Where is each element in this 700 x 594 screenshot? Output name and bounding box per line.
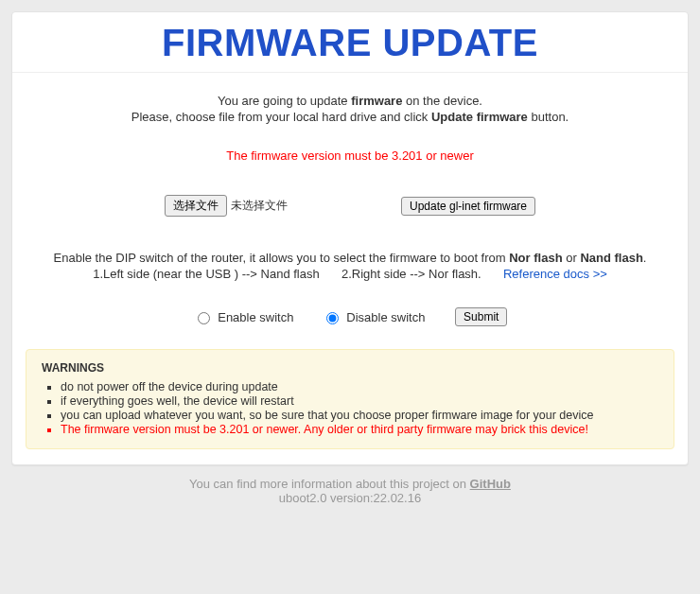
page-title: FIRMWARE UPDATE bbox=[12, 22, 688, 64]
submit-button[interactable]: Submit bbox=[455, 307, 507, 326]
warnings-title: WARNINGS bbox=[42, 361, 658, 375]
disable-switch-label[interactable]: Disable switch bbox=[346, 310, 425, 324]
footer-info: You can find more information about this… bbox=[11, 477, 689, 491]
reference-docs-link[interactable]: Reference docs >> bbox=[503, 267, 607, 281]
warning-item: if everything goes well, the device will… bbox=[61, 394, 658, 408]
enable-switch-label[interactable]: Enable switch bbox=[218, 310, 293, 324]
disable-switch-radio[interactable] bbox=[326, 312, 339, 324]
upload-row: 选择文件 未选择文件 Update gl-inet firmware bbox=[12, 195, 688, 217]
dip-line-2: 1.Left side (near the USB ) --> Nand fla… bbox=[22, 267, 678, 281]
github-link[interactable]: GitHub bbox=[470, 477, 511, 491]
switch-row: Enable switch Disable switch Submit bbox=[22, 307, 678, 326]
footer-version: uboot2.0 version:22.02.16 bbox=[11, 491, 689, 505]
intro-line-1: You are going to update firmware on the … bbox=[12, 94, 688, 108]
intro-line-2: Please, choose file from your local hard… bbox=[12, 110, 688, 124]
dip-block: Enable the DIP switch of the router, it … bbox=[22, 251, 678, 326]
choose-file-button[interactable]: 选择文件 bbox=[165, 195, 227, 217]
enable-switch-radio[interactable] bbox=[198, 312, 210, 324]
main-card: FIRMWARE UPDATE You are going to update … bbox=[11, 11, 689, 465]
file-status: 未选择文件 bbox=[231, 198, 288, 214]
warning-item: do not power off the device during updat… bbox=[61, 380, 658, 393]
warnings-list: do not power off the device during updat… bbox=[42, 380, 658, 436]
dip-line-1: Enable the DIP switch of the router, it … bbox=[22, 251, 678, 265]
divider bbox=[12, 72, 688, 73]
update-firmware-button[interactable]: Update gl-inet firmware bbox=[401, 197, 535, 216]
warnings-box: WARNINGS do not power off the device dur… bbox=[26, 349, 674, 449]
footer: You can find more information about this… bbox=[11, 477, 689, 505]
warning-item: you can upload whatever you want, so be … bbox=[61, 409, 658, 422]
version-notice: The firmware version must be 3.201 or ne… bbox=[12, 148, 688, 163]
intro-block: You are going to update firmware on the … bbox=[12, 94, 688, 124]
warning-item: The firmware version must be 3.201 or ne… bbox=[61, 423, 658, 436]
file-input[interactable]: 选择文件 未选择文件 bbox=[165, 195, 288, 217]
